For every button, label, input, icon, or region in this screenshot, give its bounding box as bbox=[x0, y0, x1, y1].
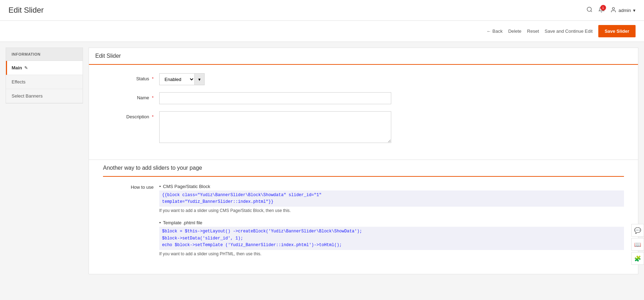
how-to-label: How to use bbox=[103, 184, 159, 190]
save-continue-button[interactable]: Save and Continue Edit bbox=[545, 29, 593, 34]
page-title: Edit Slider bbox=[8, 6, 44, 15]
side-chat-button[interactable]: 💬 bbox=[631, 224, 644, 237]
name-label: Name * bbox=[103, 92, 159, 100]
how-to-item-cms-code: {{block class="Yudiz\BannerSlider\Block\… bbox=[159, 190, 624, 207]
description-row: Description * bbox=[103, 111, 624, 144]
svg-line-1 bbox=[591, 11, 592, 12]
admin-menu[interactable]: admin ▾ bbox=[610, 7, 636, 14]
name-required-star: * bbox=[152, 95, 154, 100]
how-to-item-cms-title: • CMS Page/Static Block bbox=[159, 184, 624, 189]
back-button[interactable]: ← Back bbox=[487, 29, 503, 34]
admin-avatar bbox=[610, 7, 617, 14]
name-row: Name * bbox=[103, 92, 624, 104]
sidebar-section-title: INFORMATION bbox=[6, 48, 83, 61]
search-button[interactable] bbox=[586, 6, 593, 14]
save-slider-button[interactable]: Save Slider bbox=[598, 25, 636, 37]
status-control: Enabled Disabled ▾ bbox=[159, 73, 624, 85]
action-bar: ← Back Delete Reset Save and Continue Ed… bbox=[0, 21, 644, 42]
how-to-content: • CMS Page/Static Block {{block class="Y… bbox=[159, 184, 624, 263]
status-label: Status * bbox=[103, 73, 159, 81]
status-select[interactable]: Enabled Disabled bbox=[159, 73, 194, 85]
sidebar-item-select-banners[interactable]: Select Banners bbox=[6, 89, 83, 103]
sidebar-item-effects-label: Effects bbox=[12, 79, 26, 85]
how-to-section: Another way to add sliders to your page … bbox=[89, 160, 638, 274]
how-to-item-phtml-title: • Template .phtml file bbox=[159, 220, 624, 225]
sidebar-item-select-banners-label: Select Banners bbox=[12, 93, 43, 99]
sidebar-item-main-label: Main bbox=[12, 65, 22, 70]
status-row: Status * Enabled Disabled ▾ bbox=[103, 73, 624, 85]
form-section-title: Edit Slider bbox=[89, 48, 638, 65]
book-icon: 📖 bbox=[634, 241, 641, 248]
form-body: Status * Enabled Disabled ▾ Name bbox=[89, 65, 638, 160]
search-icon bbox=[586, 6, 593, 13]
reset-button[interactable]: Reset bbox=[527, 29, 539, 34]
side-icons: 💬 📖 🧩 bbox=[631, 224, 644, 265]
how-to-title: Another way to add sliders to your page bbox=[103, 160, 624, 177]
how-to-item-phtml-code: $block = $this->getLayout() ->createBloc… bbox=[159, 227, 624, 250]
admin-label: admin bbox=[619, 8, 631, 13]
puzzle-icon: 🧩 bbox=[634, 255, 641, 262]
sidebar: INFORMATION Main ✎ Effects Select Banner… bbox=[6, 48, 83, 104]
side-puzzle-button[interactable]: 🧩 bbox=[631, 252, 644, 265]
bullet-2: • bbox=[159, 220, 161, 225]
notification-badge: 1 bbox=[600, 5, 606, 11]
notification-button[interactable]: 1 bbox=[598, 6, 605, 14]
edit-icon: ✎ bbox=[24, 65, 28, 70]
description-required-star: * bbox=[152, 114, 154, 119]
sidebar-item-main[interactable]: Main ✎ bbox=[6, 61, 83, 75]
admin-dropdown-icon: ▾ bbox=[633, 8, 636, 13]
description-control bbox=[159, 111, 624, 144]
how-to-item-cms-note: If you want to add a slider using CMS Pa… bbox=[159, 208, 624, 213]
sidebar-item-effects[interactable]: Effects bbox=[6, 75, 83, 89]
name-control bbox=[159, 92, 624, 104]
status-required-star: * bbox=[152, 76, 154, 81]
svg-point-2 bbox=[612, 7, 614, 10]
back-arrow-icon: ← bbox=[487, 29, 491, 34]
description-textarea[interactable] bbox=[159, 111, 391, 143]
how-to-item-phtml-note: If you want to add a slider using PHTML,… bbox=[159, 251, 624, 256]
description-label: Description * bbox=[103, 111, 159, 119]
chat-icon: 💬 bbox=[634, 227, 641, 234]
status-select-group: Enabled Disabled ▾ bbox=[159, 73, 624, 85]
main-content: INFORMATION Main ✎ Effects Select Banner… bbox=[0, 42, 644, 280]
name-input[interactable] bbox=[159, 92, 391, 104]
header-right: 1 admin ▾ bbox=[586, 6, 636, 14]
side-book-button[interactable]: 📖 bbox=[631, 238, 644, 251]
svg-point-0 bbox=[587, 7, 591, 11]
page-header: Edit Slider 1 admin ▾ bbox=[0, 0, 644, 21]
form-area: Edit Slider Status * Enabled Disabled ▾ bbox=[89, 48, 638, 274]
how-to-item-phtml: • Template .phtml file $block = $this->g… bbox=[159, 220, 624, 256]
status-dropdown-button[interactable]: ▾ bbox=[194, 73, 205, 85]
how-to-row: How to use • CMS Page/Static Block {{blo… bbox=[103, 184, 624, 263]
action-bar-buttons: ← Back Delete Reset Save and Continue Ed… bbox=[487, 25, 636, 37]
how-to-item-cms: • CMS Page/Static Block {{block class="Y… bbox=[159, 184, 624, 213]
bullet-1: • bbox=[159, 184, 161, 189]
delete-button[interactable]: Delete bbox=[508, 29, 522, 34]
